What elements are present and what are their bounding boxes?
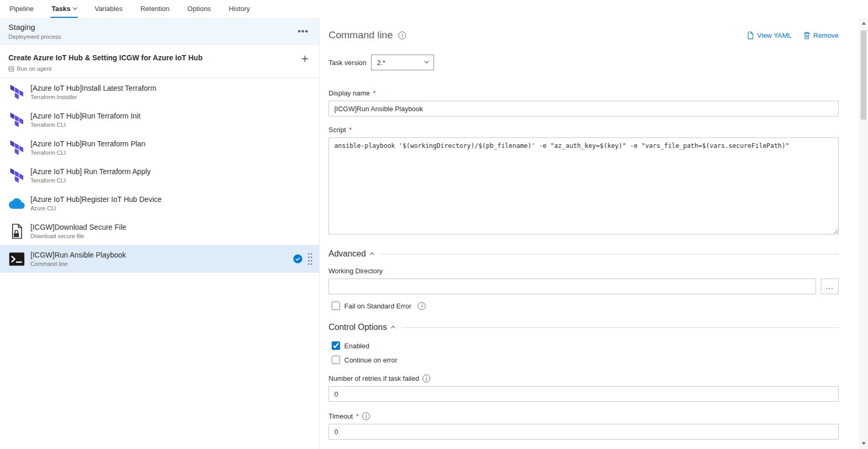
info-icon[interactable] — [422, 375, 430, 382]
task-subtitle: Azure CLI — [30, 205, 314, 211]
task-title: [Azure IoT Hub]Install Latest Terraform — [30, 84, 314, 92]
terraform-icon — [8, 112, 25, 129]
secure-file-icon — [8, 223, 25, 240]
task-version-select[interactable]: 2.* — [371, 55, 434, 70]
task-version-label: Task version — [329, 59, 366, 67]
yaml-document-icon — [747, 31, 754, 39]
advanced-section-toggle[interactable]: Advanced — [329, 249, 839, 259]
working-directory-label: Working Directory — [329, 267, 383, 275]
section-divider — [401, 327, 839, 328]
view-yaml-button[interactable]: View YAML — [747, 31, 792, 39]
stage-title: Staging — [8, 23, 61, 31]
panel-title: Command line — [329, 29, 393, 41]
timeout-label: Timeout — [329, 412, 353, 420]
fail-on-stderr-label: Fail on Standard Error — [344, 302, 411, 310]
scrollbar-thumb[interactable] — [861, 30, 866, 120]
nav-label: Retention — [140, 5, 170, 13]
vertical-scrollbar[interactable] — [859, 18, 868, 449]
script-textarea[interactable]: ansible-playbook '$(workingDirectory)/$(… — [329, 137, 839, 234]
terraform-icon — [8, 84, 25, 101]
scroll-down-arrow-icon[interactable] — [859, 439, 868, 448]
command-line-icon — [8, 251, 25, 268]
task-row[interactable]: [Azure IoT Hub]Install Latest Terraform … — [0, 78, 319, 106]
script-label: Script — [329, 126, 346, 134]
control-options-section-toggle[interactable]: Control Options — [329, 323, 839, 332]
agent-job-subtitle: Run on agent — [17, 66, 51, 72]
nav-label: Tasks — [51, 5, 70, 13]
chevron-up-icon — [370, 252, 374, 256]
agent-icon — [8, 66, 14, 72]
agent-job-title: Create Azure IoT Hub & Setting ICGW for … — [8, 54, 203, 62]
nav-item-tasks[interactable]: Tasks — [50, 0, 78, 18]
drag-handle-icon[interactable] — [306, 251, 314, 267]
nav-label: Pipeline — [9, 5, 34, 13]
enabled-checkbox[interactable] — [332, 341, 340, 350]
enabled-label: Enabled — [344, 342, 369, 350]
stage-tasks-sidebar: Staging Deployment process ••• Create Az… — [0, 18, 319, 449]
working-directory-input[interactable] — [329, 279, 816, 294]
add-task-icon[interactable]: + — [299, 54, 311, 64]
display-name-input[interactable] — [329, 101, 839, 116]
task-title: [Azure IoT Hub] Run Terraform Apply — [30, 167, 314, 176]
stage-subtitle: Deployment process — [8, 34, 61, 40]
info-icon[interactable] — [398, 31, 406, 39]
pipeline-top-nav: Pipeline Tasks Variables Retention Optio… — [0, 0, 868, 18]
advanced-heading: Advanced — [329, 249, 366, 259]
continue-on-error-label: Continue on error — [344, 356, 397, 364]
task-title: [Azure IoT Hub]Register IoT Hub Device — [30, 195, 314, 204]
nav-label: History — [229, 5, 250, 13]
enabled-row: Enabled — [332, 341, 839, 350]
azure-cli-icon — [8, 195, 25, 212]
info-icon[interactable] — [418, 302, 426, 310]
terraform-icon — [8, 167, 25, 184]
required-mark: * — [356, 412, 358, 420]
nav-label: Variables — [94, 5, 122, 13]
agent-job-header[interactable]: Create Azure IoT Hub & Setting ICGW for … — [0, 45, 319, 78]
task-version-value: 2.* — [377, 59, 385, 67]
chevron-down-icon — [425, 59, 429, 63]
required-mark: * — [349, 126, 352, 134]
task-row[interactable]: [Azure IoT Hub] Run Terraform Apply Terr… — [0, 162, 319, 189]
task-title: [ICGW]Run Ansible Playbook — [30, 251, 289, 259]
stage-header[interactable]: Staging Deployment process ••• — [0, 18, 319, 45]
terraform-icon — [8, 140, 25, 156]
task-row[interactable]: [ICGW]Download Secure File Download secu… — [0, 217, 319, 245]
task-row-selected[interactable]: [ICGW]Run Ansible Playbook Command line — [0, 245, 319, 273]
nav-label: Options — [187, 5, 211, 13]
required-mark: * — [373, 89, 376, 97]
nav-item-retention[interactable]: Retention — [139, 0, 171, 18]
task-row[interactable]: [Azure IoT Hub]Run Terraform Plan Terraf… — [0, 134, 319, 162]
task-title: [Azure IoT Hub]Run Terraform Plan — [30, 140, 314, 148]
task-row[interactable]: [Azure IoT Hub]Run Terraform Init Terraf… — [0, 106, 319, 134]
retries-input[interactable] — [329, 386, 839, 402]
trash-icon — [803, 31, 810, 39]
nav-item-history[interactable]: History — [228, 0, 251, 18]
chevron-up-icon — [391, 326, 395, 330]
nav-item-options[interactable]: Options — [186, 0, 212, 18]
task-list: [Azure IoT Hub]Install Latest Terraform … — [0, 78, 319, 273]
retries-label: Number of retries if task failed — [329, 375, 419, 382]
info-icon[interactable] — [362, 412, 370, 420]
display-name-label: Display name — [329, 89, 370, 97]
task-subtitle: Terraform CLI — [30, 149, 314, 156]
control-options-heading: Control Options — [329, 323, 387, 332]
fail-on-stderr-checkbox[interactable] — [332, 302, 340, 310]
task-title: [Azure IoT Hub]Run Terraform Init — [30, 112, 314, 120]
task-row[interactable]: [Azure IoT Hub]Register IoT Hub Device A… — [0, 189, 319, 217]
timeout-input[interactable] — [329, 424, 839, 440]
nav-item-variables[interactable]: Variables — [93, 0, 123, 18]
scroll-up-arrow-icon[interactable] — [859, 19, 868, 28]
section-divider — [380, 254, 839, 254]
fail-on-stderr-row: Fail on Standard Error — [332, 302, 839, 310]
selected-check-icon — [293, 254, 302, 263]
task-subtitle: Terraform CLI — [30, 177, 314, 184]
nav-item-pipeline[interactable]: Pipeline — [8, 0, 35, 18]
task-subtitle: Download secure file — [30, 233, 314, 239]
task-title: [ICGW]Download Secure File — [30, 223, 314, 231]
chevron-down-icon — [73, 5, 77, 9]
continue-on-error-checkbox[interactable] — [332, 356, 340, 364]
task-subtitle: Command line — [30, 261, 289, 267]
remove-button[interactable]: Remove — [803, 31, 839, 39]
more-options-icon[interactable]: ••• — [295, 26, 311, 37]
browse-button[interactable]: ... — [821, 279, 839, 294]
